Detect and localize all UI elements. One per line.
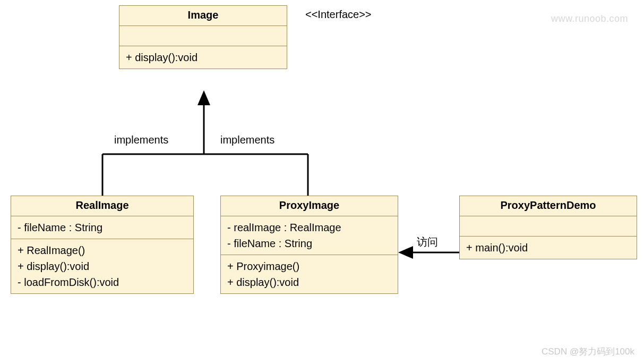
class-realimage: RealImage - fileName : String + RealImag… (11, 196, 194, 294)
attr-item: - fileName : String (18, 220, 187, 235)
class-proxyimage: ProxyImage - realImage : RealImage - fil… (220, 196, 398, 294)
class-demo-methods: + main():void (460, 237, 637, 259)
method-item: + display():void (18, 258, 187, 274)
class-image-methods: + display():void (119, 46, 287, 69)
class-image: Image + display():void (119, 5, 287, 69)
class-image-attributes (119, 26, 287, 46)
method-item: + RealImage() (18, 242, 187, 258)
attr-item: - fileName : String (227, 235, 391, 251)
class-proxyimage-name: ProxyImage (221, 196, 398, 216)
method-item: + display():void (126, 49, 280, 65)
label-implements-left: implements (114, 134, 168, 146)
class-image-name: Image (119, 6, 287, 26)
class-proxyimage-methods: + Proxyimage() + display():void (221, 255, 398, 293)
method-item: + main():void (466, 240, 630, 256)
class-realimage-name: RealImage (11, 196, 193, 216)
class-proxyimage-attributes: - realImage : RealImage - fileName : Str… (221, 216, 398, 255)
label-implements-right: implements (220, 134, 274, 146)
method-item: + display():void (227, 274, 391, 290)
class-demo-name: ProxyPatternDemo (460, 196, 637, 216)
svg-marker-6 (398, 246, 413, 259)
watermark-top: www.runoob.com (551, 13, 628, 24)
attr-item: - realImage : RealImage (227, 220, 391, 235)
class-realimage-attributes: - fileName : String (11, 216, 193, 239)
class-proxypatterndemo: ProxyPatternDemo + main():void (459, 196, 637, 259)
class-demo-attributes (460, 216, 637, 237)
svg-marker-1 (198, 90, 210, 105)
label-access: 访问 (417, 235, 438, 249)
watermark-bottom: CSDN @努力码到100k (542, 345, 634, 358)
method-item: - loadFromDisk():void (18, 274, 187, 290)
class-realimage-methods: + RealImage() + display():void - loadFro… (11, 239, 193, 293)
connectors-svg (0, 0, 644, 363)
interface-stereotype: <<Interface>> (305, 9, 372, 21)
method-item: + Proxyimage() (227, 258, 391, 274)
